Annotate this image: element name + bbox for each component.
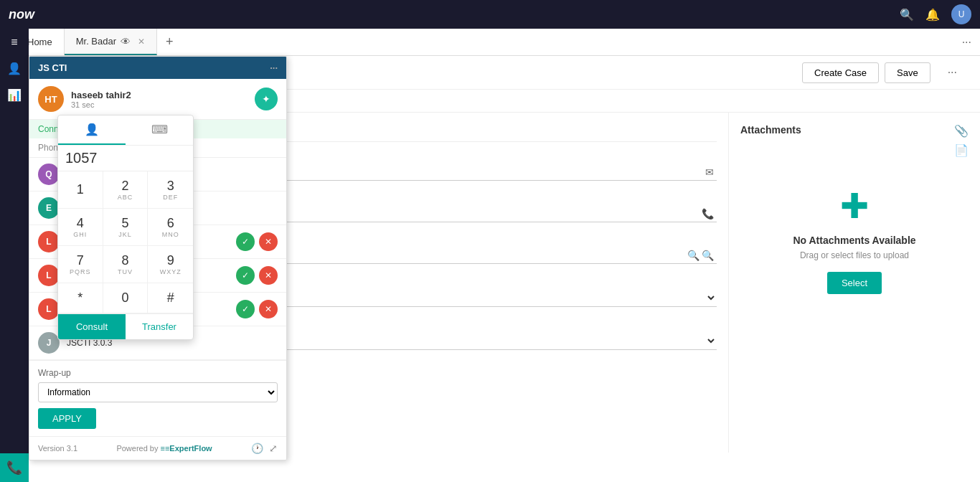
left-sidebar: ≡ 👤 📊 bbox=[0, 29, 29, 482]
tab-close-icon[interactable]: ✕ bbox=[138, 37, 145, 47]
powered-by-text: Powered by ≡≡ExpertFlow bbox=[116, 444, 212, 453]
top-nav-actions: 🔍 🔔 U bbox=[900, 4, 971, 24]
phone-icon: 📞 bbox=[702, 208, 714, 219]
caller-avatar: HT bbox=[38, 86, 64, 112]
call-green-button[interactable]: ✦ bbox=[255, 88, 278, 110]
wrapup-section: Wrap-up Information Sales Support Other … bbox=[29, 360, 286, 436]
dial-key-4[interactable]: 4GHI bbox=[58, 209, 103, 246]
menu-icon[interactable]: ≡ bbox=[11, 36, 17, 49]
consult-button[interactable]: Consult bbox=[58, 314, 126, 339]
tab-home-label: Home bbox=[27, 37, 52, 47]
tab-mrbadar[interactable]: Mr. Badar 👁 ✕ bbox=[65, 29, 157, 55]
dialpad-number-input[interactable] bbox=[65, 150, 194, 166]
dial-key-2[interactable]: 2ABC bbox=[103, 171, 149, 209]
queue-btn-group: ✓ ✕ bbox=[236, 266, 278, 285]
caller-info: haseeb tahir2 31 sec bbox=[71, 90, 248, 109]
no-attachments-title: No Attachments Available bbox=[793, 235, 915, 246]
dial-key-1[interactable]: 1 bbox=[58, 171, 103, 209]
dial-key-0[interactable]: 0 bbox=[103, 283, 149, 313]
app-logo: now bbox=[9, 7, 34, 22]
plus-icon: ✚ bbox=[840, 186, 869, 226]
dialpad-input-row: ✕ bbox=[58, 146, 193, 171]
lookup-icon[interactable]: 🔍 bbox=[702, 250, 714, 261]
queue-avatar: J bbox=[38, 332, 60, 354]
file-icon[interactable]: 📄 bbox=[954, 143, 969, 157]
caller-name: haseeb tahir2 bbox=[71, 90, 248, 100]
cti-footer-icons: 🕐 ⤢ bbox=[251, 443, 278, 454]
call-accept-button[interactable]: ✓ bbox=[236, 266, 255, 285]
add-tab-icon[interactable]: + bbox=[157, 34, 182, 49]
users-icon[interactable]: 👤 bbox=[7, 62, 22, 75]
dial-key-9[interactable]: 9WXYZ bbox=[148, 246, 193, 283]
attachments-empty: ✚ No Attachments Available Drag or selec… bbox=[740, 157, 969, 323]
attachments-title: Attachments bbox=[740, 124, 801, 136]
call-reject-button[interactable]: ✕ bbox=[259, 300, 278, 318]
clock-icon[interactable]: 🕐 bbox=[251, 443, 263, 454]
queue-avatar: L bbox=[38, 298, 60, 320]
call-reject-button[interactable]: ✕ bbox=[259, 232, 278, 251]
toolbar-more-button[interactable]: ··· bbox=[936, 62, 969, 83]
top-navigation: now 🔍 🔔 U bbox=[0, 0, 980, 29]
queue-btn-group: ✓ ✕ bbox=[236, 232, 278, 251]
expertflow-logo: ≡≡ExpertFlow bbox=[161, 444, 212, 453]
queue-btn-group: ✓ ✕ bbox=[236, 300, 278, 318]
tab-overflow-icon[interactable]: ··· bbox=[953, 36, 980, 49]
call-accept-button[interactable]: ✓ bbox=[236, 232, 255, 251]
dialpad-grid: 1 2ABC 3DEF 4GHI 5JKL 6MNO 7PQRS 8TUV 9W… bbox=[58, 171, 193, 313]
form-right: Attachments 📎 📄 ✚ No Attachments Availab… bbox=[729, 113, 980, 453]
wrapup-label: Wrap-up bbox=[38, 368, 278, 378]
queue-avatar: L bbox=[38, 265, 60, 286]
phone-widget[interactable]: 📞 bbox=[0, 453, 29, 482]
chart-icon[interactable]: 📊 bbox=[7, 88, 22, 102]
dial-key-6[interactable]: 6MNO bbox=[148, 209, 193, 246]
cti-more-icon[interactable]: ··· bbox=[270, 62, 278, 73]
version-text: Version 3.1 bbox=[38, 444, 77, 453]
cti-footer: Version 3.1 Powered by ≡≡ExpertFlow 🕐 ⤢ bbox=[29, 436, 286, 460]
dialpad-tab-contact[interactable]: 👤 bbox=[58, 115, 126, 145]
call-accept-button[interactable]: ✓ bbox=[236, 300, 255, 318]
queue-avatar: L bbox=[38, 231, 60, 252]
dialpad-tabs: 👤 ⌨ bbox=[58, 115, 193, 146]
paperclip-icon[interactable]: 📎 bbox=[954, 124, 969, 138]
dialpad-footer: Consult Transfer bbox=[58, 313, 193, 339]
avatar[interactable]: U bbox=[951, 4, 971, 24]
bell-icon[interactable]: 🔔 bbox=[925, 8, 940, 22]
call-reject-button[interactable]: ✕ bbox=[259, 266, 278, 285]
email-icon: ✉ bbox=[705, 166, 714, 178]
tab-mrbadar-label: Mr. Badar bbox=[76, 36, 116, 47]
dial-key-5[interactable]: 5JKL bbox=[103, 209, 149, 246]
queue-avatar: E bbox=[38, 197, 60, 219]
save-button[interactable]: Save bbox=[885, 62, 930, 83]
dial-key-star[interactable]: * bbox=[58, 283, 103, 313]
dialpad-tab-keys[interactable]: ⌨ bbox=[126, 115, 193, 145]
transfer-button[interactable]: Transfer bbox=[126, 314, 193, 339]
queue-avatar: Q bbox=[38, 164, 60, 185]
apply-button[interactable]: APPLY bbox=[38, 408, 96, 429]
caller-time: 31 sec bbox=[71, 100, 248, 109]
active-call-item: HT haseeb tahir2 31 sec ✦ bbox=[29, 79, 286, 120]
cti-title: JS CTI bbox=[38, 62, 67, 73]
cti-header: JS CTI ··· bbox=[29, 57, 286, 79]
dial-key-8[interactable]: 8TUV bbox=[103, 246, 149, 283]
search-phone-icon[interactable]: 🔍 bbox=[687, 250, 699, 261]
wrapup-select[interactable]: Information Sales Support Other bbox=[38, 382, 278, 402]
tab-bar: 🏠 Home Mr. Badar 👁 ✕ + ··· bbox=[0, 29, 980, 56]
dialpad-overlay: 👤 ⌨ ✕ 1 2ABC 3DEF 4GHI 5JKL 6MNO 7PQRS 8… bbox=[57, 115, 194, 340]
dial-key-7[interactable]: 7PQRS bbox=[58, 246, 103, 283]
expand-icon[interactable]: ⤢ bbox=[269, 443, 278, 454]
search-icon[interactable]: 🔍 bbox=[900, 8, 914, 22]
eye-icon: 👁 bbox=[121, 36, 131, 47]
call-actions: ✦ bbox=[255, 88, 278, 110]
create-case-button[interactable]: Create Case bbox=[802, 62, 879, 83]
dial-key-hash[interactable]: # bbox=[148, 283, 193, 313]
select-button[interactable]: Select bbox=[827, 272, 882, 294]
no-attachments-sub: Drag or select files to upload bbox=[800, 250, 909, 260]
dial-key-3[interactable]: 3DEF bbox=[148, 171, 193, 209]
